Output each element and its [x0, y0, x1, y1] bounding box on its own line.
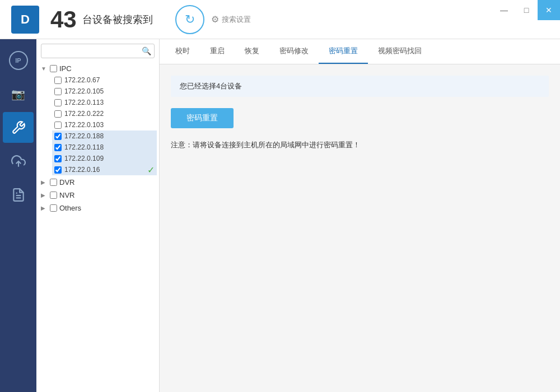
content-area: 校时 重启 恢复 密码修改 密码重置 视频密码找回 您已经选择4台设备 — [160, 39, 560, 392]
nvr-checkbox[interactable] — [50, 192, 57, 199]
others-checkbox[interactable] — [50, 204, 57, 212]
ip-16-label: 172.22.0.16 — [64, 166, 100, 174]
ipc-checkbox[interactable] — [50, 65, 57, 72]
ip-188-checkbox[interactable] — [54, 133, 62, 140]
nvr-label: NVR — [59, 191, 74, 199]
search-icon: 🔍 — [142, 46, 151, 55]
tree-item-172.22.0.118[interactable]: 172.22.0.118 — [52, 142, 157, 153]
tree-item-172.22.0.105[interactable]: 172.22.0.105 — [52, 86, 157, 97]
dvr-label: DVR — [59, 178, 74, 186]
tree-item-172.22.0.222[interactable]: 172.22.0.222 — [52, 108, 157, 119]
titlebar: D 43 台设备被搜索到 ↻ ⚙ 搜索设置 — □ ✕ — [0, 0, 560, 39]
sidebar: IP 📷 — [0, 39, 36, 392]
sidebar-item-doc[interactable] — [3, 179, 34, 210]
ip-67-checkbox[interactable] — [54, 77, 62, 84]
tabs-bar: 校时 重启 恢复 密码修改 密码重置 视频密码找回 — [160, 39, 560, 64]
ip-103-label: 172.22.0.103 — [64, 121, 104, 129]
ip-118-checkbox[interactable] — [54, 144, 62, 151]
tree-group-nvr-header[interactable]: ▶ NVR — [39, 189, 157, 201]
tree-group-dvr-header[interactable]: ▶ DVR — [39, 176, 157, 188]
others-label: Others — [59, 204, 81, 212]
notice-text: 注意：请将设备连接到主机所在的局域网中进行密码重置！ — [171, 139, 549, 151]
ip-118-label: 172.22.0.118 — [64, 143, 104, 151]
gear-icon: ⚙ — [211, 14, 219, 25]
tree-group-ipc-header[interactable]: ▼ IPC — [39, 63, 157, 74]
tab-reboot[interactable]: 重启 — [200, 39, 235, 64]
ip-113-label: 172.22.0.113 — [64, 99, 104, 106]
tree-item-172.22.0.109[interactable]: 172.22.0.109 — [52, 153, 157, 164]
nvr-arrow-icon: ▶ — [41, 192, 48, 198]
upload-icon — [11, 154, 26, 169]
device-count: 43 — [50, 6, 77, 33]
ip-icon: IP — [9, 51, 28, 70]
ipc-children: 172.22.0.67 172.22.0.105 172.22.0.113 17… — [39, 74, 157, 175]
ip-222-label: 172.22.0.222 — [64, 110, 104, 118]
camera-icon: 📷 — [11, 87, 25, 101]
refresh-icon: ↻ — [185, 12, 195, 27]
ip-109-checkbox[interactable] — [54, 155, 62, 162]
ip-109-label: 172.22.0.109 — [64, 155, 104, 162]
selected-info: 您已经选择4台设备 — [171, 76, 549, 97]
refresh-button[interactable]: ↻ — [175, 5, 204, 34]
device-panel: 🔍 ▼ IPC 172.22.0.67 172.22.0.105 — [36, 39, 160, 392]
wrench-icon — [11, 120, 26, 135]
tree-group-ipc: ▼ IPC 172.22.0.67 172.22.0.105 — [39, 63, 157, 175]
maximize-button[interactable]: □ — [515, 0, 538, 20]
tab-pwd-reset[interactable]: 密码重置 — [319, 39, 368, 64]
tab-content-pwd-reset: 您已经选择4台设备 密码重置 注意：请将设备连接到主机所在的局域网中进行密码重置… — [160, 64, 560, 392]
settings-label: 搜索设置 — [222, 15, 251, 25]
tree-group-nvr: ▶ NVR — [39, 189, 157, 201]
ip-105-label: 172.22.0.105 — [64, 87, 104, 95]
ip-105-checkbox[interactable] — [54, 88, 62, 95]
doc-icon — [11, 188, 26, 202]
ip-16-checkbox[interactable] — [54, 166, 62, 174]
ip-103-checkbox[interactable] — [54, 122, 62, 129]
main-layout: IP 📷 — [0, 39, 560, 392]
tree-item-172.22.0.67[interactable]: 172.22.0.67 — [52, 74, 157, 86]
tab-pwd-modify[interactable]: 密码修改 — [269, 39, 319, 64]
tree-group-others: ▶ Others — [39, 202, 157, 214]
tree-item-172.22.0.16[interactable]: 172.22.0.16 ✓ — [52, 164, 157, 175]
dvr-arrow-icon: ▶ — [41, 179, 48, 185]
pwd-reset-button[interactable]: 密码重置 — [171, 108, 234, 128]
window-controls: — □ ✕ — [493, 0, 560, 20]
tree-item-172.22.0.113[interactable]: 172.22.0.113 — [52, 97, 157, 108]
tab-restore[interactable]: 恢复 — [235, 39, 269, 64]
close-button[interactable]: ✕ — [538, 0, 560, 20]
ip-67-label: 172.22.0.67 — [64, 76, 100, 84]
sidebar-item-tools[interactable] — [3, 112, 34, 143]
dvr-checkbox[interactable] — [50, 179, 57, 186]
search-bar[interactable]: 🔍 — [41, 44, 155, 58]
sidebar-item-camera[interactable]: 📷 — [3, 78, 34, 109]
tree-item-172.22.0.103[interactable]: 172.22.0.103 — [52, 119, 157, 130]
tree-area: ▼ IPC 172.22.0.67 172.22.0.105 — [36, 63, 159, 388]
tree-group-dvr: ▶ DVR — [39, 176, 157, 188]
tree-group-others-header[interactable]: ▶ Others — [39, 202, 157, 214]
sidebar-item-upload[interactable] — [3, 146, 34, 176]
app-logo: D — [11, 6, 39, 34]
ip-113-checkbox[interactable] — [54, 99, 62, 106]
tree-item-172.22.0.188[interactable]: 172.22.0.188 — [52, 130, 157, 142]
search-settings-button[interactable]: ⚙ 搜索设置 — [211, 14, 251, 25]
titlebar-subtitle: 台设备被搜索到 — [82, 13, 153, 26]
others-arrow-icon: ▶ — [41, 205, 48, 211]
ip-222-checkbox[interactable] — [54, 110, 62, 118]
search-input[interactable] — [44, 45, 142, 57]
ip-188-label: 172.22.0.188 — [64, 132, 104, 140]
checkmark-icon: ✓ — [147, 165, 155, 175]
tab-calibrate[interactable]: 校时 — [165, 39, 200, 64]
tab-video-pwd[interactable]: 视频密码找回 — [368, 39, 432, 64]
sidebar-item-ip[interactable]: IP — [3, 45, 34, 76]
ipc-arrow-icon: ▼ — [41, 66, 48, 72]
ipc-label: IPC — [59, 64, 72, 73]
minimize-button[interactable]: — — [493, 0, 515, 20]
